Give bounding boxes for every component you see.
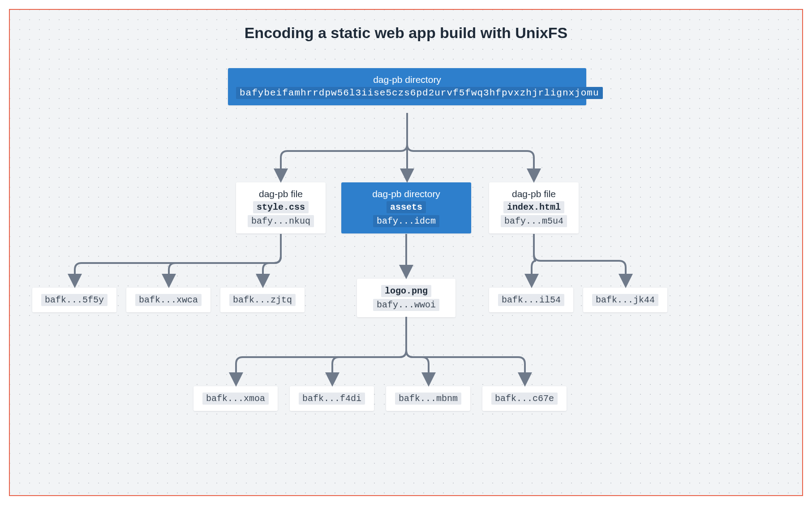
root-cid: bafybeifamhrrdpw56l3iise5czs6pd2urvf5fwq… <box>236 87 603 99</box>
logo-chunk-0: bafk...xmoa <box>193 386 278 411</box>
assets-type-label: dag-pb directory <box>349 189 463 199</box>
root-type-label: dag-pb directory <box>236 74 578 85</box>
style-chunk-2: bafk...zjtq <box>220 288 305 312</box>
style-chunk-2-cid: bafk...zjtq <box>229 294 296 306</box>
logo-chunk-1-cid: bafk...f4di <box>299 393 365 405</box>
style-chunk-0-cid: bafk...5f5y <box>41 294 107 306</box>
style-type-label: dag-pb file <box>244 189 318 199</box>
logo-chunk-2: bafk...mbnm <box>386 386 470 411</box>
logo-chunk-2-cid: bafk...mbnm <box>395 393 461 405</box>
style-cid: bafy...nkuq <box>248 215 314 227</box>
style-chunk-0: bafk...5f5y <box>32 288 116 312</box>
diagram-canvas: Encoding a static web app build with Uni… <box>9 9 803 496</box>
logo-name: logo.png <box>381 285 431 297</box>
assets-directory-node: dag-pb directory assets bafy...idcm <box>341 182 471 233</box>
style-chunk-1: bafk...xwca <box>126 288 211 312</box>
logo-chunk-0-cid: bafk...xmoa <box>202 393 269 405</box>
style-name: style.css <box>253 201 309 213</box>
index-chunk-1: bafk...jk44 <box>583 288 667 312</box>
logo-chunk-1: bafk...f4di <box>290 386 374 411</box>
index-file-node: dag-pb file index.html bafy...m5u4 <box>489 182 579 233</box>
logo-chunk-3-cid: bafk...c67e <box>491 393 558 405</box>
index-type-label: dag-pb file <box>497 189 571 199</box>
index-cid: bafy...m5u4 <box>501 215 567 227</box>
assets-name: assets <box>387 201 426 213</box>
logo-chunk-3: bafk...c67e <box>482 386 567 411</box>
index-chunk-1-cid: bafk...jk44 <box>592 294 658 306</box>
root-directory-node: dag-pb directory bafybeifamhrrdpw56l3iis… <box>228 68 586 105</box>
index-chunk-0: bafk...il54 <box>489 288 573 312</box>
assets-cid: bafy...idcm <box>373 215 439 227</box>
style-file-node: dag-pb file style.css bafy...nkuq <box>236 182 326 233</box>
index-name: index.html <box>503 201 564 213</box>
logo-file-node: logo.png bafy...wwoi <box>357 279 455 317</box>
index-chunk-0-cid: bafk...il54 <box>498 294 564 306</box>
diagram-title: Encoding a static web app build with Uni… <box>10 24 802 42</box>
logo-cid: bafy...wwoi <box>373 299 439 311</box>
style-chunk-1-cid: bafk...xwca <box>135 294 202 306</box>
